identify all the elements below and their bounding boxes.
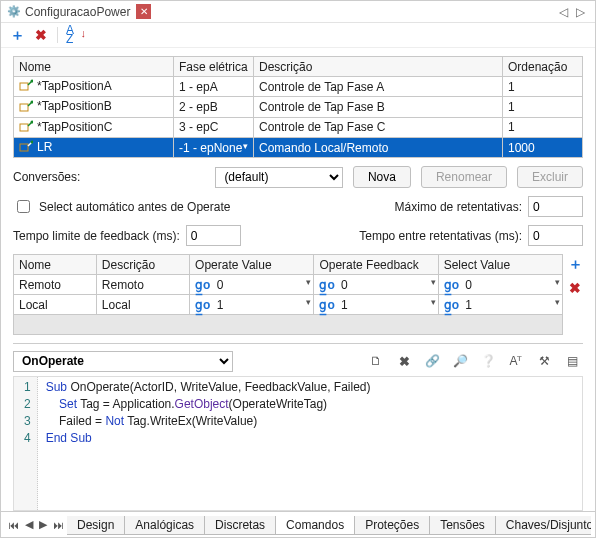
tempo-ret-label: Tempo entre retentativas (ms): [359, 229, 522, 243]
script-delete-icon[interactable]: ✖ [393, 350, 415, 372]
m-col-sv[interactable]: Select Value [438, 255, 562, 275]
tab-discretas[interactable]: Discretas [204, 516, 276, 535]
close-icon[interactable]: ✕ [136, 4, 151, 19]
add-icon[interactable]: ＋ [9, 27, 25, 43]
tempo-ret-input[interactable] [528, 225, 583, 246]
col-ord[interactable]: Ordenação [503, 57, 583, 77]
table-row[interactable]: *TapPositionB2 - epBControle de Tap Fase… [14, 97, 583, 117]
window-title: ConfiguracaoPower [25, 5, 130, 19]
nova-button[interactable]: Nova [353, 166, 411, 188]
tab-chaves/disjuntores[interactable]: Chaves/Disjuntores [495, 516, 591, 535]
code-editor[interactable]: 1234 Sub OnOperate(ActorID, WriteValue, … [13, 376, 583, 511]
object-icon [19, 120, 33, 135]
m-col-fb[interactable]: Operate Feedback [314, 255, 438, 275]
commands-table-wrap: Nome Fase elétrica Descrição Ordenação *… [13, 56, 583, 158]
nav-next-icon[interactable]: ▷ [572, 5, 589, 19]
conversions-row: Conversões: (default) Nova Renomear Excl… [13, 166, 583, 188]
delete-icon[interactable]: ✖ [33, 27, 49, 43]
m-col-nome[interactable]: Nome [14, 255, 97, 275]
object-icon [19, 79, 33, 94]
app-icon: ⚙️ [7, 5, 21, 19]
tab-analógicas[interactable]: Analógicas [124, 516, 205, 535]
table-row[interactable]: LR-1 - epNone▾Comando Local/Remoto1000 [14, 137, 583, 157]
script-toolbar: OnOperate 🗋 ✖ 🔗 🔎 ❔ Aᵀ ⚒ ▤ [13, 350, 583, 372]
svg-rect-2 [20, 104, 28, 111]
object-icon [19, 100, 33, 115]
feedback-label: Tempo limite de feedback (ms): [13, 229, 180, 243]
svg-rect-0 [20, 83, 28, 90]
col-nome[interactable]: Nome [14, 57, 174, 77]
tab-tensões[interactable]: Tensões [429, 516, 496, 535]
script-props-icon[interactable]: ▤ [561, 350, 583, 372]
sort-icon[interactable]: AZ↓ [66, 27, 82, 43]
commands-table[interactable]: Nome Fase elétrica Descrição Ordenação *… [13, 56, 583, 158]
max-ret-label: Máximo de retentativas: [395, 200, 522, 214]
renomear-button[interactable]: Renomear [421, 166, 507, 188]
script-help-icon[interactable]: ❔ [477, 350, 499, 372]
excluir-button[interactable]: Excluir [517, 166, 583, 188]
tab-scroll-last-icon[interactable]: ⏭ [50, 519, 67, 531]
tab-design[interactable]: Design [67, 516, 125, 535]
script-format-icon[interactable]: Aᵀ [505, 350, 527, 372]
tab-proteções[interactable]: Proteções [354, 516, 430, 535]
nav-prev-icon[interactable]: ◁ [555, 5, 572, 19]
script-section: OnOperate 🗋 ✖ 🔗 🔎 ❔ Aᵀ ⚒ ▤ 1234 Sub OnOp… [13, 343, 583, 511]
tab-scroll-first-icon[interactable]: ⏮ [5, 519, 22, 531]
script-tools-icon[interactable]: ⚒ [533, 350, 555, 372]
svg-rect-6 [20, 144, 28, 151]
script-new-icon[interactable]: 🗋 [365, 350, 387, 372]
titlebar: ⚙️ ConfiguracaoPower ✕ ◁ ▷ [1, 1, 595, 23]
auto-select-label: Select automático antes de Operate [39, 200, 230, 214]
col-desc[interactable]: Descrição [254, 57, 503, 77]
conversion-select[interactable]: (default) [215, 167, 343, 188]
code-body[interactable]: Sub OnOperate(ActorID, WriteValue, Feedb… [38, 377, 379, 510]
values-table[interactable]: Nome Descrição Operate Value Operate Fee… [13, 254, 563, 335]
options-row-1: Select automático antes de Operate Máxim… [13, 196, 583, 217]
values-table-wrap: Nome Descrição Operate Value Operate Fee… [13, 254, 583, 335]
conversions-label: Conversões: [13, 170, 80, 184]
values-add-icon[interactable]: ＋ [567, 256, 583, 272]
table-row[interactable]: *TapPositionA1 - epAControle de Tap Fase… [14, 77, 583, 97]
feedback-input[interactable] [186, 225, 241, 246]
tab-scroll-prev-icon[interactable]: ◀ [22, 518, 36, 531]
m-col-desc[interactable]: Descrição [96, 255, 189, 275]
object-icon [19, 140, 33, 155]
bottom-tabstrip: ⏮ ◀ ▶ ⏭ DesignAnalógicasDiscretasComando… [1, 511, 595, 537]
m-col-op[interactable]: Operate Value [190, 255, 314, 275]
tab-comandos[interactable]: Comandos [275, 516, 355, 535]
max-ret-input[interactable] [528, 196, 583, 217]
event-select[interactable]: OnOperate [13, 351, 233, 372]
main-toolbar: ＋ ✖ AZ↓ [1, 23, 595, 48]
editor-window: ⚙️ ConfiguracaoPower ✕ ◁ ▷ ＋ ✖ AZ↓ Nome … [0, 0, 596, 538]
script-find-icon[interactable]: 🔎 [449, 350, 471, 372]
table-row[interactable]: *TapPositionC3 - epCControle de Tap Fase… [14, 117, 583, 137]
col-fase[interactable]: Fase elétrica [174, 57, 254, 77]
svg-rect-4 [20, 124, 28, 131]
options-row-2: Tempo limite de feedback (ms): Tempo ent… [13, 225, 583, 246]
tab-scroll-next-icon[interactable]: ▶ [36, 518, 50, 531]
table-row[interactable]: RemotoRemotog̲o 0▾g̲o 0▾g̲o 0▾ [14, 275, 563, 295]
table-row[interactable]: LocalLocalg̲o 1▾g̲o 1▾g̲o 1▾ [14, 295, 563, 315]
values-delete-icon[interactable]: ✖ [567, 280, 583, 296]
auto-select-checkbox[interactable] [17, 200, 30, 213]
line-gutter: 1234 [14, 377, 38, 510]
script-link-icon[interactable]: 🔗 [421, 350, 443, 372]
